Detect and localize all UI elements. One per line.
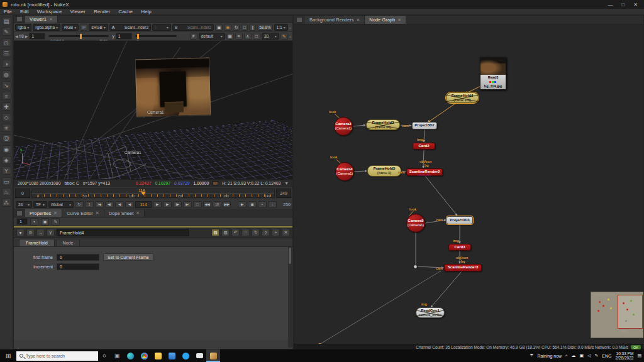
framerange-icon[interactable]: ▦ [226,33,234,40]
weather-text[interactable]: Raining now [538,354,562,358]
prev-frame-button[interactable]: ◀ [115,201,124,208]
current-frame-field[interactable]: 114 [135,201,152,208]
view-mode-select[interactable]: 3D▾ [262,33,279,40]
node-graph-canvas[interactable]: Read3 bg_114.jpg FrameHold4 (frame 114) … [294,25,643,344]
step-back-button[interactable]: ◀◀ [203,201,211,208]
gl-color-swatch[interactable]: ▧ [221,229,230,236]
tab-curve-editor[interactable]: Curve Editor✕ [62,209,104,217]
zoom-level[interactable]: 58.8% [257,24,272,31]
collapse-caret-icon[interactable]: ▼ [16,229,25,236]
keyer-tool-icon[interactable]: ↘ [2,81,11,89]
node-wrench-icon[interactable]: Y [47,229,55,236]
snapshot-icon[interactable]: ▣ [41,218,49,226]
revert-icon[interactable]: ↻ [252,229,260,236]
proxy-icon[interactable]: ∧ [244,33,252,40]
plugins-tool-icon[interactable]: ⁂ [2,199,11,207]
ab-blend-select[interactable]: -▾ [152,24,171,31]
panel-menu-icon[interactable] [16,211,23,216]
play-forward-button[interactable]: ▶ [153,201,162,208]
alpha-select[interactable]: rgba.alpha▾ [33,24,60,31]
tab-dope-sheet[interactable]: Dope Sheet✕ [104,209,145,217]
particles-tool-icon[interactable]: ✳ [2,124,11,132]
info-caret-icon[interactable]: ▼ [284,181,289,185]
goto-end-button[interactable]: ▶| [183,201,192,208]
panel-menu-icon[interactable] [296,17,303,23]
range-out-field[interactable]: 249 [276,189,291,198]
prev-key-button[interactable]: ◀| [105,201,114,208]
transform-tool-icon[interactable]: ✚ [2,102,11,111]
roi2-icon[interactable]: □ [253,33,260,40]
flipbook-button[interactable]: ▶ [238,201,247,208]
loop-button[interactable]: ↻ [75,201,84,208]
furnace-tool-icon[interactable]: ♨ [2,188,11,196]
menu-viewer[interactable]: Viewer [70,9,86,14]
node-project3d3[interactable]: Project3D3 [447,216,473,224]
display-channels-select[interactable]: RGB▾ [62,24,79,31]
twitter-icon[interactable] [179,349,192,362]
lut-select[interactable]: sRGB▾ [89,24,108,31]
tab-node-graph[interactable]: Node Graph✕ [365,16,406,24]
tab-close-icon[interactable]: ✕ [96,211,99,216]
float-window-icon[interactable]: ▣ [215,24,223,31]
node-dot[interactable] [413,265,418,269]
nuke-app-icon[interactable] [206,349,220,362]
roi-icon[interactable]: □ [241,24,248,31]
b-buffer-select[interactable]: BScanl...nder2 [172,24,214,31]
undo-icon[interactable]: ↶ [231,229,240,236]
fstop-label[interactable]: f/8 [19,34,24,38]
tray-expand-icon[interactable]: ^ [565,354,567,358]
levels-icon[interactable]: ≡ [235,33,243,40]
gain-slider[interactable]: 0.015/0.3 30 64 [48,35,109,37]
taskbar-clock[interactable]: 10:33 PM 2/28/2022 [615,351,633,361]
menu-render[interactable]: Render [94,9,110,14]
node-card3[interactable]: Card3 [448,244,471,251]
views-button[interactable]: 1 [85,201,94,208]
step-fwd-button[interactable]: ▶▶ [223,201,231,208]
tab-viewer1[interactable]: Viewer1 ✕ [25,16,58,23]
minimize-button[interactable]: — [608,2,613,8]
filter-tool-icon[interactable]: ◍ [2,70,11,79]
close-panel-icon[interactable]: ✕ [282,229,290,236]
node-scanlinerender3[interactable]: ScanlineRender3 [444,264,482,272]
float-panel-icon[interactable]: → [36,229,45,236]
redo-icon[interactable]: ↷ [242,229,250,236]
gamma-field[interactable]: 1 [116,33,132,40]
next-frame-button[interactable]: ▶ [163,201,172,208]
tab-close-icon[interactable]: ✕ [356,18,360,23]
menu-cache[interactable]: Cache [118,9,133,14]
lock-panels-icon[interactable]: ▪ [30,218,38,226]
goto-start-button[interactable]: |◀ [95,201,104,208]
image-tool-icon[interactable]: ▤ [2,17,11,25]
menu-edit[interactable]: Edit [20,9,29,14]
onedrive-cloud-icon[interactable]: ☁ [571,353,575,358]
pause-icon[interactable]: ∥ [249,24,256,31]
gang-icon[interactable]: # [190,33,197,40]
annotate-pencil-icon[interactable]: ✎ [280,33,288,40]
node-framehold4[interactable]: FrameHold4 (frame 114) [446,92,479,103]
lock-range-button[interactable]: ▪ [258,201,267,208]
properties-scrollbar[interactable] [288,247,292,348]
set-to-current-frame-button[interactable]: Set to Current Frame [103,253,153,261]
stop-button[interactable]: □ [193,201,202,208]
cortana-icon[interactable]: ○ [98,349,111,362]
views-tool-icon[interactable]: ◉ [2,145,11,153]
tab-close-icon[interactable]: ✕ [397,18,401,23]
pen-tray-icon[interactable]: ✎ [594,353,598,358]
wipe-icon[interactable]: ≣ [224,24,231,31]
pin-icon[interactable]: ⌖ [272,229,280,236]
gain-field[interactable]: 1 [29,33,45,40]
layer-select[interactable]: rgba▾ [15,24,31,31]
node-framehold3[interactable]: FrameHold3 (frame 94) [366,119,400,130]
play-reverse-button[interactable]: ◀ [125,201,134,208]
input-process-toggle[interactable]: IP [80,24,87,31]
save-range-button[interactable]: ↓ [268,201,277,208]
gain-prev-icon[interactable]: ◀ [15,34,18,38]
3d-tool-icon[interactable]: ◇ [2,113,11,121]
tab-node[interactable]: Node [56,239,80,246]
chrome-icon[interactable] [137,349,151,362]
frame-range-mode-select[interactable]: Global▾ [48,201,74,208]
tab-properties[interactable]: Properties✕ [25,209,62,217]
tab-close-icon[interactable]: ✕ [53,211,57,216]
range-in-field[interactable]: 0 [15,189,30,198]
row2-overflow-icon[interactable]: » [289,35,291,38]
